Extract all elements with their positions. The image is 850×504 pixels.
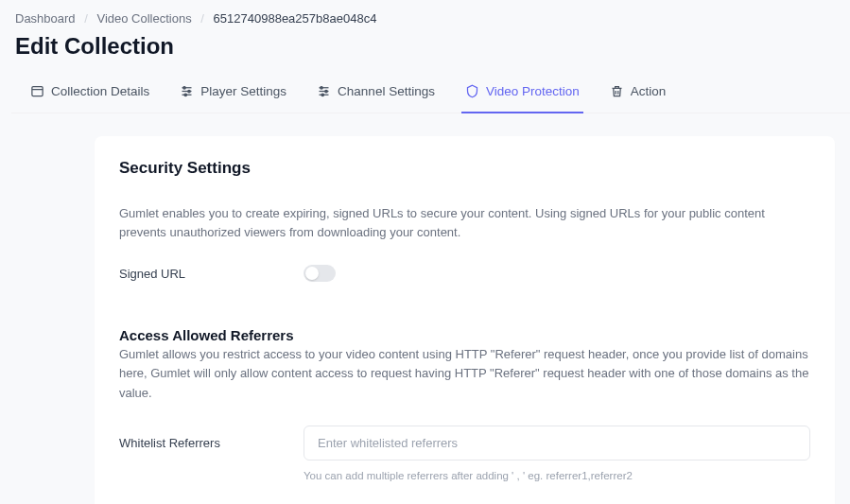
tabs: Collection Details Player Settings Chann… bbox=[11, 77, 850, 113]
tab-label: Collection Details bbox=[51, 84, 149, 98]
referrers-title: Access Allowed Referrers bbox=[119, 327, 810, 343]
breadcrumb-separator: / bbox=[84, 11, 88, 26]
referrers-section: Access Allowed Referrers Gumlet allows y… bbox=[119, 327, 810, 480]
svg-rect-0 bbox=[32, 87, 43, 96]
breadcrumb-current: 6512740988ea257b8ae048c4 bbox=[214, 11, 377, 26]
tab-player-settings[interactable]: Player Settings bbox=[176, 77, 290, 113]
sliders-icon bbox=[180, 84, 194, 98]
whitelist-referrers-label: Whitelist Referrers bbox=[119, 436, 304, 450]
sliders-icon bbox=[317, 84, 331, 98]
signed-url-row: Signed URL bbox=[119, 265, 810, 282]
tab-video-protection[interactable]: Video Protection bbox=[461, 77, 583, 113]
whitelist-referrers-input[interactable] bbox=[304, 426, 810, 461]
tab-label: Video Protection bbox=[486, 84, 580, 98]
referrers-desc: Gumlet allows you restrict access to you… bbox=[119, 345, 810, 402]
svg-point-11 bbox=[321, 87, 323, 90]
shield-icon bbox=[465, 84, 479, 98]
tab-label: Channel Settings bbox=[338, 84, 435, 98]
tab-action[interactable]: Action bbox=[606, 77, 670, 113]
signed-url-label: Signed URL bbox=[119, 267, 304, 281]
signed-url-toggle[interactable] bbox=[304, 265, 336, 282]
svg-point-7 bbox=[184, 94, 187, 96]
tab-collection-details[interactable]: Collection Details bbox=[26, 77, 153, 113]
breadcrumb: Dashboard / Video Collections / 65127409… bbox=[0, 0, 850, 26]
breadcrumb-separator: / bbox=[200, 11, 204, 26]
page-title: Edit Collection bbox=[0, 26, 850, 77]
whitelist-referrers-helper: You can add multiple referrers after add… bbox=[304, 470, 810, 481]
svg-point-12 bbox=[325, 90, 328, 93]
svg-point-13 bbox=[321, 94, 324, 96]
svg-point-6 bbox=[188, 90, 191, 93]
tab-label: Action bbox=[631, 84, 667, 98]
trash-icon bbox=[610, 84, 624, 98]
whitelist-referrers-row: Whitelist Referrers bbox=[119, 426, 810, 461]
security-settings-desc: Gumlet enables you to create expiring, s… bbox=[119, 204, 810, 242]
details-icon bbox=[30, 84, 44, 98]
tab-label: Player Settings bbox=[200, 84, 286, 98]
breadcrumb-dashboard[interactable]: Dashboard bbox=[15, 11, 76, 26]
tab-channel-settings[interactable]: Channel Settings bbox=[313, 77, 439, 113]
breadcrumb-video-collections[interactable]: Video Collections bbox=[96, 11, 191, 26]
security-settings-title: Security Settings bbox=[119, 159, 810, 178]
content-card: Security Settings Gumlet enables you to … bbox=[95, 136, 835, 504]
svg-point-5 bbox=[183, 87, 186, 90]
